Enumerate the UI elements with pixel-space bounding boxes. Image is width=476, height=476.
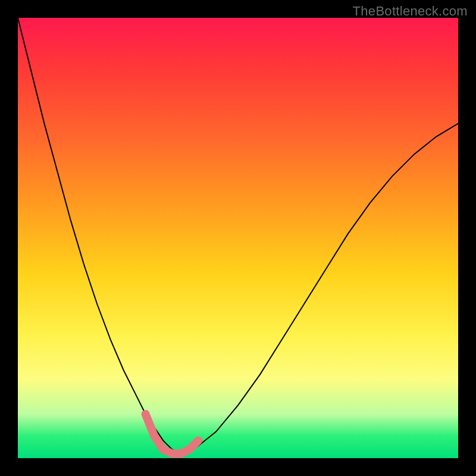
bottleneck-curve [18, 18, 458, 454]
curve-canvas [18, 18, 458, 458]
plot-area [18, 18, 458, 458]
chart-container: TheBottleneck.com [0, 0, 476, 476]
watermark-text: TheBottleneck.com [353, 4, 468, 19]
highlight-segment [146, 414, 199, 454]
